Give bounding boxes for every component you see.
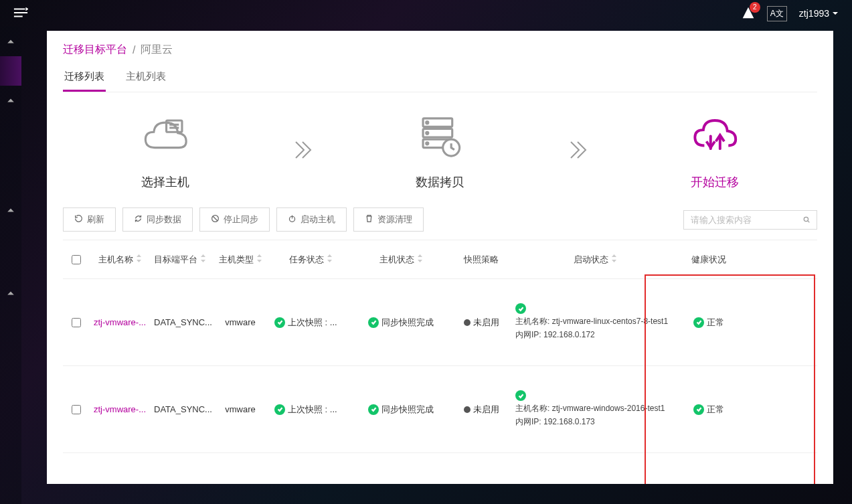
check-icon [515,390,526,401]
check-icon [368,317,379,328]
cell-host-status: 同步快照完成 [351,311,451,334]
col-host-status[interactable]: 主机状态 [351,254,451,266]
step-label: 选择主机 [141,174,189,190]
breadcrumb-separator: / [133,44,135,56]
refresh-icon [74,214,83,225]
col-target-platform[interactable]: 目标端平台 [150,254,210,266]
check-icon [274,317,285,328]
button-label: 同步数据 [147,214,181,226]
sidebar-item-4[interactable] [0,278,21,308]
step-start-migration: 开始迁移 [689,111,741,190]
stepper: 选择主机 数据拷贝 [90,111,790,190]
cell-snapshot-policy: 未启用 [451,311,511,334]
check-icon [693,404,704,415]
sidebar [0,27,21,504]
tabs: 迁移列表 主机列表 [63,70,817,92]
arrow-icon [290,138,315,164]
language-switcher[interactable]: A文 [767,6,787,21]
search-input[interactable] [691,215,803,225]
svg-line-15 [808,221,810,223]
svg-point-7 [426,132,428,134]
svg-point-8 [426,143,428,145]
sort-icon [327,254,333,264]
check-icon [274,404,285,415]
breadcrumb-primary[interactable]: 迁移目标平台 [63,43,127,57]
step-label: 开始迁移 [691,174,739,190]
step-data-copy: 数据拷贝 [414,111,466,190]
col-health[interactable]: 健康状况 [679,254,739,266]
stop-icon [211,214,220,225]
sync-button[interactable]: 同步数据 [122,207,193,232]
action-row: 刷新 同步数据 停止同步 启动主机 资源清理 [63,207,817,232]
notification-badge: 2 [750,2,760,13]
menu-toggle-icon[interactable] [13,7,28,21]
sidebar-item-active[interactable] [0,56,21,86]
col-task-status[interactable]: 任务状态 [270,254,351,266]
breadcrumb-secondary: 阿里云 [141,43,173,57]
cell-target-platform: DATA_SYNC... [150,312,210,333]
table-row: ztj-vmware-... DATA_SYNC... vmware 上次快照 … [63,366,817,453]
chevron-down-icon [832,10,839,17]
main-panel: 迁移目标平台 / 阿里云 迁移列表 主机列表 选择主机 [47,31,833,484]
svg-point-14 [804,217,808,221]
cell-health: 正常 [679,311,739,334]
clean-button[interactable]: 资源清理 [353,207,424,232]
button-label: 启动主机 [301,214,335,226]
cell-host-name[interactable]: ztj-vmware-... [90,398,150,422]
cell-host-name[interactable]: ztj-vmware-... [90,311,150,335]
sort-icon [200,254,206,264]
button-label: 停止同步 [224,214,258,226]
cell-boot-status: 主机名称: ztj-vmware-linux-centos7-8-test1 内… [511,298,679,346]
cell-boot-status: 主机名称: ztj-vmware-windows-2016-test1 内网IP… [511,385,679,433]
cell-task-status: 上次快照 : ... [270,398,351,421]
row-checkbox[interactable] [63,313,90,333]
step-label: 数据拷贝 [416,174,464,190]
col-host-type[interactable]: 主机类型 [210,254,270,266]
sidebar-item-2[interactable] [0,86,21,115]
select-all-checkbox[interactable] [63,255,90,264]
cell-health: 正常 [679,398,739,421]
dot-icon [464,319,471,326]
cell-task-status: 上次快照 : ... [270,311,351,334]
sort-icon [417,254,423,264]
cloud-transfer-icon [689,111,741,163]
col-snapshot-policy[interactable]: 快照策略 [451,254,511,266]
user-menu[interactable]: ztj1993 [799,8,839,19]
breadcrumb: 迁移目标平台 / 阿里云 [63,43,817,57]
tab-host-list[interactable]: 主机列表 [124,70,167,92]
svg-point-6 [426,122,428,124]
button-label: 资源清理 [377,214,412,226]
server-clock-icon [414,111,466,163]
cell-snapshot-policy: 未启用 [451,398,511,421]
trash-icon [365,214,373,225]
table-row: ztj-vmware-... DATA_SYNC... vmware 上次快照 … [63,279,817,366]
sidebar-item-1[interactable] [0,27,21,56]
check-icon [368,404,379,415]
refresh-button[interactable]: 刷新 [63,207,116,232]
tab-migration-list[interactable]: 迁移列表 [63,70,106,92]
svg-line-11 [213,216,218,221]
start-host-button[interactable]: 启动主机 [276,207,347,232]
sidebar-item-3[interactable] [0,195,21,225]
username: ztj1993 [799,8,829,19]
dot-icon [464,406,471,413]
sync-icon [134,214,143,225]
arrow-icon [566,138,590,164]
table-header-row: 主机名称 目标端平台 主机类型 任务状态 主机状态 快照策略 启动状态 健康状况 [63,240,817,279]
cell-host-type: vmware [210,399,270,420]
search-icon [803,215,810,224]
stop-button[interactable]: 停止同步 [199,207,270,232]
topbar: 2 A文 ztj1993 [0,0,852,27]
button-label: 刷新 [87,214,104,226]
sort-icon [611,254,617,264]
col-boot-status[interactable]: 启动状态 [511,254,679,266]
data-table: 主机名称 目标端平台 主机类型 任务状态 主机状态 快照策略 启动状态 健康状况… [63,240,817,453]
cell-host-status: 同步快照完成 [351,398,451,421]
sort-icon [136,254,142,264]
col-host-name[interactable]: 主机名称 [90,254,150,266]
notification-icon[interactable]: 2 [742,6,755,21]
sort-icon [256,254,262,264]
row-checkbox[interactable] [63,400,90,420]
step-select-host: 选择主机 [139,111,191,190]
search-box[interactable] [683,210,817,230]
